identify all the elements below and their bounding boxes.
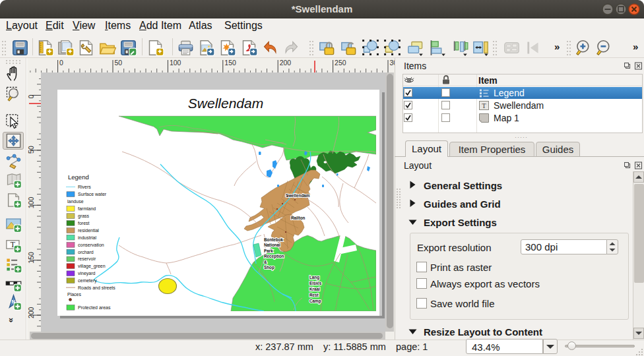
svg-text:T: T xyxy=(482,102,486,109)
